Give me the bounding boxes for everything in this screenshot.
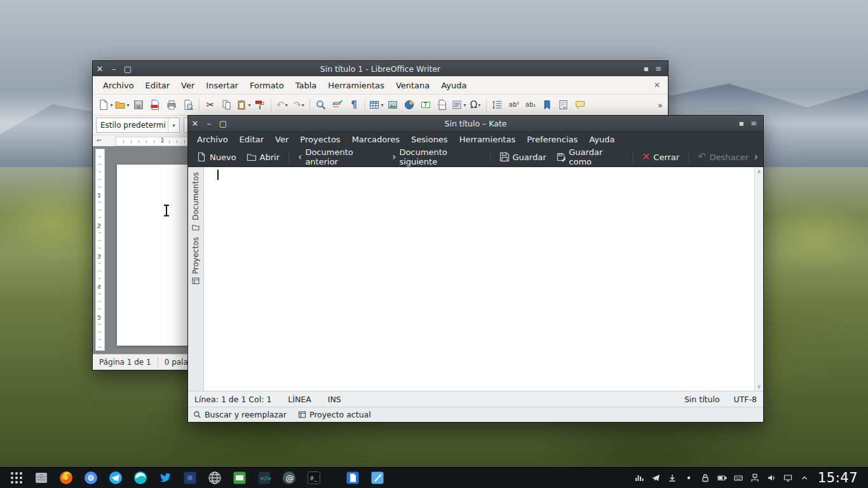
telegram-icon[interactable] bbox=[107, 470, 124, 487]
open-file-button[interactable]: Abrir bbox=[242, 150, 284, 164]
menu-archivo[interactable]: Archivo bbox=[192, 133, 233, 146]
tab-stop-selector-icon[interactable]: ⌐ bbox=[97, 137, 102, 144]
menu-marcadores[interactable]: Marcadores bbox=[347, 133, 405, 146]
insert-field-button[interactable]: ▾ bbox=[451, 97, 466, 112]
current-project-panel-button[interactable]: Proyecto actual bbox=[298, 410, 371, 419]
cut-button[interactable]: ✂ bbox=[203, 97, 218, 112]
find-replace-button[interactable] bbox=[313, 97, 329, 112]
open-button[interactable]: ▾ bbox=[114, 97, 130, 112]
keyboard-icon[interactable] bbox=[732, 471, 745, 484]
status-dot-icon[interactable] bbox=[682, 471, 695, 484]
indigo-app-icon[interactable] bbox=[181, 470, 198, 487]
scroll-down-icon[interactable]: ∨ bbox=[757, 383, 761, 390]
menu-herramientas[interactable]: Herramientas bbox=[454, 133, 521, 146]
menu-tabla[interactable]: Tabla bbox=[290, 79, 322, 92]
sidebar-tab-documentos[interactable]: Documentos bbox=[191, 172, 200, 232]
export-pdf-button[interactable] bbox=[147, 97, 163, 112]
insert-page-break-button[interactable] bbox=[435, 97, 450, 112]
menu-ayuda[interactable]: Ayuda bbox=[584, 133, 620, 146]
window-kate[interactable]: ✕ – ▢ Sin título – Kate ▪ ≡ Archivo Edit… bbox=[187, 115, 764, 423]
minimize-button[interactable]: – bbox=[202, 119, 216, 128]
insert-bookmark-button[interactable] bbox=[539, 97, 555, 112]
taskbar[interactable]: </> @ #_ bbox=[0, 467, 868, 488]
twitter-icon[interactable] bbox=[156, 470, 173, 487]
chromium-icon[interactable] bbox=[82, 470, 99, 487]
code-app-icon[interactable]: </> bbox=[255, 470, 273, 487]
close-button[interactable]: ✕ bbox=[93, 64, 107, 74]
titlebar-dot-icon[interactable]: ▪ bbox=[739, 119, 744, 128]
menu-proyectos[interactable]: Proyectos bbox=[295, 133, 345, 146]
mail-app-icon[interactable]: @ bbox=[280, 470, 297, 487]
redo-button[interactable]: ↷▾ bbox=[291, 97, 306, 112]
print-preview-button[interactable] bbox=[180, 97, 196, 112]
encoding-status[interactable]: UTF-8 bbox=[734, 395, 757, 404]
download-icon[interactable] bbox=[666, 471, 679, 484]
selection-mode-status[interactable]: LÍNEA bbox=[288, 395, 311, 404]
cursor-position-status[interactable]: Línea: 1 de 1 Col: 1 bbox=[194, 395, 271, 404]
menu-ver[interactable]: Ver bbox=[270, 133, 294, 146]
display-icon[interactable] bbox=[782, 471, 794, 484]
scroll-up-icon[interactable]: ∧ bbox=[757, 168, 761, 175]
maximize-button[interactable]: ▢ bbox=[216, 119, 230, 128]
battery-icon[interactable] bbox=[715, 471, 728, 484]
new-file-button[interactable]: Nuevo bbox=[192, 150, 241, 164]
menu-herramientas[interactable]: Herramientas bbox=[323, 79, 390, 92]
next-document-button[interactable]: › Documento siguiente bbox=[388, 146, 485, 168]
network-icon[interactable] bbox=[749, 471, 761, 484]
writer-titlebar[interactable]: ✕ – ▢ Sin título 1 - LibreOffice Writer … bbox=[93, 61, 668, 76]
maximize-button[interactable]: ▢ bbox=[121, 64, 135, 74]
menu-editar[interactable]: Editar bbox=[140, 79, 175, 92]
previous-document-button[interactable]: ‹ Documento anterior bbox=[294, 146, 386, 168]
menu-preferencias[interactable]: Preferencias bbox=[522, 133, 583, 146]
new-document-button[interactable]: ▾ bbox=[98, 97, 113, 112]
insert-mode-status[interactable]: INS bbox=[328, 395, 341, 404]
titlebar-dot-icon[interactable]: ▪ bbox=[644, 64, 649, 73]
spellcheck-button[interactable]: abc bbox=[330, 97, 345, 112]
minimize-button[interactable]: – bbox=[107, 64, 121, 74]
libreoffice-writer-task-icon[interactable] bbox=[344, 470, 361, 487]
close-document-icon[interactable]: ✕ bbox=[654, 81, 663, 90]
clock[interactable]: 15:47 bbox=[818, 470, 858, 485]
page-count-status[interactable]: Página 1 de 1 bbox=[93, 358, 158, 367]
document-name-status[interactable]: Sin título bbox=[684, 395, 720, 404]
equalizer-icon[interactable] bbox=[633, 471, 646, 484]
hamburger-menu-icon[interactable]: ≡ bbox=[655, 64, 661, 73]
menu-insertar[interactable]: Insertar bbox=[201, 79, 243, 92]
line-spacing-button[interactable] bbox=[490, 97, 505, 112]
print-button[interactable] bbox=[164, 97, 179, 112]
menu-ver[interactable]: Ver bbox=[176, 79, 200, 92]
close-document-button[interactable]: ✕ Cerrar bbox=[637, 150, 684, 164]
save-button[interactable]: Guardar bbox=[495, 150, 551, 164]
tray-expander-icon[interactable] bbox=[798, 471, 811, 484]
editor-scrollbar[interactable]: ∧ ∨ bbox=[754, 167, 763, 391]
vertical-ruler[interactable]: 1 2 3 4 5 bbox=[95, 149, 105, 351]
menu-ventana[interactable]: Ventana bbox=[391, 79, 435, 92]
paragraph-style-combo[interactable]: Estilo predetermi ▾ bbox=[96, 118, 180, 133]
file-manager-icon[interactable] bbox=[32, 470, 50, 487]
undo-button[interactable]: ↶▾ bbox=[275, 97, 290, 112]
menu-formato[interactable]: Formato bbox=[245, 79, 289, 92]
menu-archivo[interactable]: Archivo bbox=[98, 79, 139, 92]
firefox-icon[interactable] bbox=[57, 470, 74, 487]
volume-icon[interactable] bbox=[765, 471, 778, 484]
insert-endnote-button[interactable]: ab₁ bbox=[523, 97, 538, 112]
kate-titlebar[interactable]: ✕ – ▢ Sin título – Kate ▪ ≡ bbox=[188, 116, 763, 131]
search-replace-panel-button[interactable]: Buscar y reemplazar bbox=[193, 410, 287, 419]
insert-special-character-button[interactable]: Ω▾ bbox=[468, 97, 483, 112]
terminal-app-icon[interactable]: #_ bbox=[305, 470, 322, 487]
menu-sesiones[interactable]: Sesiones bbox=[406, 133, 453, 146]
formatting-marks-button[interactable]: ¶ bbox=[346, 97, 362, 112]
kate-task-icon[interactable] bbox=[369, 470, 386, 487]
insert-chart-button[interactable] bbox=[402, 97, 417, 112]
copy-button[interactable] bbox=[219, 97, 234, 112]
insert-cross-reference-button[interactable] bbox=[556, 97, 571, 112]
insert-text-box-button[interactable]: T bbox=[418, 97, 433, 112]
web-globe-icon[interactable] bbox=[206, 470, 223, 487]
menu-editar[interactable]: Editar bbox=[234, 133, 269, 146]
sidebar-tab-proyectos[interactable]: Proyectos bbox=[191, 237, 200, 285]
kate-editor-area[interactable] bbox=[204, 167, 754, 391]
insert-image-button[interactable] bbox=[385, 97, 400, 112]
save-button[interactable] bbox=[131, 97, 146, 112]
lock-icon[interactable] bbox=[699, 471, 712, 484]
toolbar-overflow-button[interactable]: › bbox=[754, 151, 759, 163]
